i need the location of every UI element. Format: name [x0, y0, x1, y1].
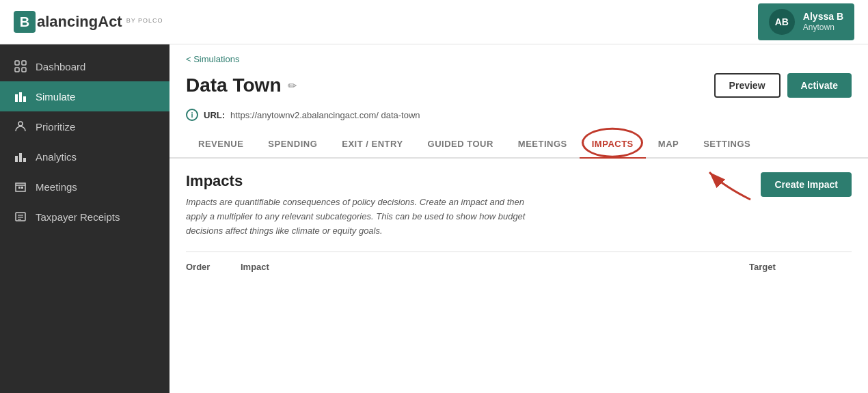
arrow-annotation	[703, 165, 764, 203]
logo-b-icon: B	[14, 11, 36, 33]
bar-chart-icon	[14, 150, 27, 163]
sidebar-item-analytics[interactable]: Analytics	[0, 141, 169, 172]
main-content: < Simulations Data Town ✏ Preview Activa…	[169, 44, 868, 393]
tab-impacts[interactable]: IMPACTS	[580, 131, 646, 159]
logo-byline: BY POLCO	[126, 17, 163, 24]
user-area[interactable]: AB Alyssa B Anytown	[758, 3, 854, 40]
avatar: AB	[769, 9, 795, 35]
create-btn-area: Create Impact	[761, 172, 852, 197]
svg-rect-5	[19, 92, 22, 102]
info-icon: i	[186, 109, 198, 121]
edit-icon[interactable]: ✏	[288, 79, 297, 92]
page-title-area: Data Town ✏	[186, 74, 297, 96]
svg-rect-1	[22, 61, 26, 65]
header: BalancingAct BY POLCO AB Alyssa B Anytow…	[0, 0, 868, 44]
svg-rect-6	[23, 96, 26, 102]
svg-rect-4	[15, 94, 18, 102]
building-icon	[14, 180, 27, 193]
sidebar-label-simulate: Simulate	[36, 91, 75, 103]
url-bar: i URL: https://anytownv2.abalancingact.c…	[169, 106, 868, 131]
page-header: Data Town ✏ Preview Activate	[169, 69, 868, 106]
sidebar-item-prioritize[interactable]: Prioritize	[0, 111, 169, 141]
tab-map[interactable]: MAP	[646, 131, 691, 159]
sidebar-item-simulate[interactable]: Simulate	[0, 81, 169, 111]
tab-guided-tour[interactable]: GUIDED TOUR	[416, 131, 506, 159]
sidebar-item-dashboard[interactable]: Dashboard	[0, 51, 169, 81]
sidebar-item-meetings[interactable]: Meetings	[0, 172, 169, 202]
person-icon	[14, 120, 27, 133]
user-location: Anytown	[803, 23, 843, 33]
chart-icon	[14, 90, 27, 103]
svg-rect-0	[15, 61, 19, 65]
tab-spending[interactable]: SPENDING	[256, 131, 329, 159]
tab-revenue[interactable]: REVENUE	[186, 131, 256, 159]
activate-button[interactable]: Activate	[787, 73, 852, 98]
sidebar-label-taxpayer-receipts: Taxpayer Receipts	[36, 211, 120, 223]
svg-rect-10	[23, 158, 26, 162]
url-label: URL:	[204, 110, 225, 120]
breadcrumb[interactable]: < Simulations	[186, 54, 239, 64]
col-order-header: Order	[186, 262, 227, 272]
sidebar-label-meetings: Meetings	[36, 181, 77, 193]
tab-exit-entry[interactable]: EXIT / ENTRY	[329, 131, 415, 159]
svg-rect-13	[21, 187, 23, 189]
sidebar-label-analytics: Analytics	[36, 151, 77, 163]
sidebar: Dashboard Simulate Prioritize	[0, 44, 169, 393]
preview-button[interactable]: Preview	[714, 73, 781, 98]
page-actions: Preview Activate	[714, 73, 852, 98]
user-info: Alyssa B Anytown	[803, 10, 843, 33]
logo-name: alancingAct	[37, 13, 122, 30]
table-header: Order Impact Target	[186, 252, 852, 277]
sidebar-label-dashboard: Dashboard	[36, 61, 85, 72]
page-title: Data Town	[186, 74, 281, 96]
col-impact-header: Impact	[241, 262, 735, 272]
create-impact-button[interactable]: Create Impact	[761, 172, 852, 197]
svg-rect-3	[22, 68, 26, 72]
svg-rect-12	[18, 187, 21, 189]
svg-rect-9	[19, 153, 22, 162]
svg-rect-2	[15, 68, 19, 72]
impacts-description: Impacts are quantifiable consequences of…	[186, 195, 541, 238]
grid-icon	[14, 59, 27, 73]
tab-impacts-wrapper: IMPACTS	[580, 131, 646, 157]
tab-meetings[interactable]: MEETINGS	[506, 131, 580, 159]
col-target-header: Target	[749, 262, 852, 272]
impacts-header: Impacts Impacts are quantifiable consequ…	[186, 172, 852, 238]
content-area: Impacts Impacts are quantifiable consequ…	[169, 159, 868, 393]
tabs: REVENUE SPENDING EXIT / ENTRY GUIDED TOU…	[169, 131, 868, 159]
tab-settings[interactable]: SETTINGS	[691, 131, 763, 159]
sidebar-item-taxpayer-receipts[interactable]: Taxpayer Receipts	[0, 202, 169, 232]
url-value: https://anytownv2.abalancingact.com/ dat…	[230, 110, 420, 120]
logo: BalancingAct BY POLCO	[14, 11, 163, 33]
svg-point-7	[18, 122, 23, 126]
user-name: Alyssa B	[803, 10, 843, 23]
impacts-text: Impacts Impacts are quantifiable consequ…	[186, 172, 541, 238]
impacts-title: Impacts	[186, 172, 541, 190]
sidebar-label-prioritize: Prioritize	[36, 121, 75, 133]
svg-rect-8	[15, 156, 18, 162]
list-icon	[14, 210, 27, 223]
